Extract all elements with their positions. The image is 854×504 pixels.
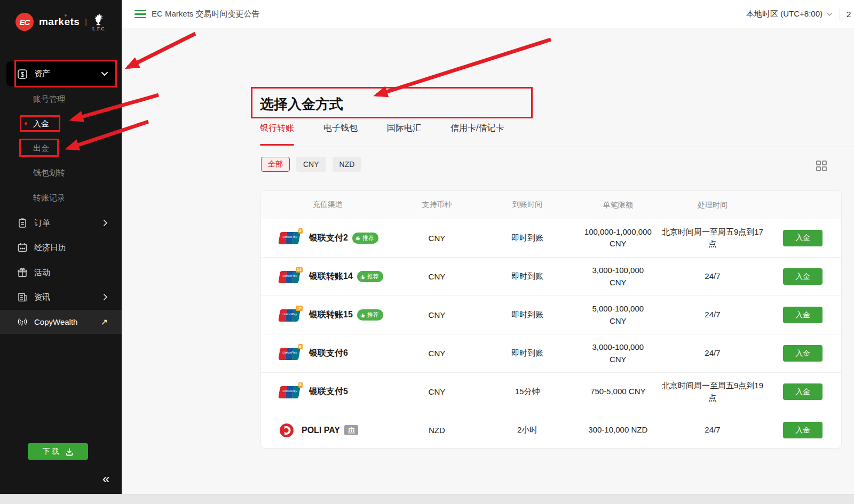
poli-pay-icon bbox=[279, 423, 294, 438]
page-title: 选择入金方式 bbox=[260, 95, 343, 114]
hours-cell: 24/7 bbox=[661, 309, 765, 321]
sidebar-item-orders[interactable]: 订单 bbox=[0, 211, 122, 235]
table-row: UnionPay5 银联支付5 CNY 15分钟 750-5,000 CNY 北… bbox=[261, 372, 841, 411]
timezone-selector[interactable]: 本地时区 (UTC+8:00) bbox=[746, 9, 823, 19]
unionpay-icon: UnionPay14 bbox=[279, 270, 302, 284]
sidebar-item-label: CopyWealth bbox=[34, 317, 77, 326]
channel-name: 银联支付2 bbox=[309, 233, 348, 244]
table-header-row: 充值渠道 支持币种 到账时间 单笔限额 处理时间 bbox=[261, 191, 841, 219]
channel-name: 银联转账15 bbox=[309, 309, 353, 321]
header-arrival: 到账时间 bbox=[479, 200, 575, 210]
thumbs-up-icon bbox=[360, 274, 366, 279]
currency-cell: NZD bbox=[394, 426, 480, 435]
arrival-cell: 即时到账 bbox=[479, 310, 575, 320]
channel-name: 银联转账14 bbox=[309, 271, 353, 282]
download-button[interactable]: 下载 bbox=[28, 443, 88, 460]
announcement-text: EC Markets 交易时间变更公告 bbox=[152, 9, 260, 19]
channel-name: 银联支付5 bbox=[309, 386, 348, 397]
header-currency: 支持币种 bbox=[394, 200, 480, 210]
hours-cell: 北京时间周一至周五9点到17点 bbox=[661, 226, 765, 250]
header-hours: 处理时间 bbox=[661, 199, 765, 211]
limit-cell: 3,000-100,000 CNY bbox=[575, 265, 661, 289]
tab-ewallet[interactable]: 电子钱包 bbox=[323, 123, 358, 146]
sidebar-item-economic-calendar[interactable]: 经济日历 bbox=[0, 236, 122, 259]
limit-cell: 100,000-1,000,000 CNY bbox=[575, 226, 661, 250]
hours-cell: 24/7 bbox=[661, 270, 765, 283]
sidebar-item-withdraw[interactable]: 出金 bbox=[33, 143, 49, 154]
sidebar-collapse-button[interactable]: « bbox=[102, 471, 109, 486]
deposit-button[interactable]: 入金 bbox=[783, 230, 823, 246]
sidebar-item-activity[interactable]: 活动 bbox=[0, 261, 122, 284]
filter-cny[interactable]: CNY bbox=[296, 157, 326, 172]
limit-cell: 300-10,000 NZD bbox=[575, 424, 661, 436]
deposit-button[interactable]: 入金 bbox=[783, 345, 823, 362]
unionpay-icon: UnionPay5 bbox=[279, 385, 302, 399]
tab-bank-transfer[interactable]: 银行转账 bbox=[260, 123, 294, 146]
deposit-button[interactable]: 入金 bbox=[783, 422, 823, 438]
active-dot bbox=[25, 122, 27, 125]
lfc-logo: L.F.C. bbox=[92, 13, 106, 31]
table-row: POLI PAY NZD 2小时 300-10,000 NZD 24/7 入金 bbox=[261, 411, 841, 449]
thumbs-up-icon bbox=[360, 313, 366, 318]
grid-view-icon[interactable] bbox=[816, 160, 827, 172]
recommended-badge: 推荐 bbox=[352, 233, 378, 244]
sidebar-item-account-management[interactable]: 账号管理 bbox=[33, 94, 65, 105]
limit-cell: 5,000-100,000 CNY bbox=[575, 303, 661, 327]
sidebar-item-news[interactable]: 资讯 bbox=[0, 285, 122, 309]
currency-cell: CNY bbox=[394, 387, 480, 396]
deposit-button[interactable]: 入金 bbox=[783, 383, 823, 400]
sidebar-item-assets[interactable]: $ 资产 bbox=[0, 61, 122, 86]
ec-logo-icon: EC bbox=[15, 13, 34, 31]
arrival-cell: 即时到账 bbox=[479, 271, 575, 282]
sidebar-item-deposit[interactable]: 入金 bbox=[33, 119, 49, 129]
deposit-button[interactable]: 入金 bbox=[783, 307, 823, 323]
arrival-cell: 2小时 bbox=[479, 425, 575, 435]
sidebar-item-transfer-records[interactable]: 转账记录 bbox=[33, 193, 65, 203]
chevron-down-icon bbox=[101, 72, 108, 76]
recommended-badge: 推荐 bbox=[357, 309, 383, 321]
filter-all[interactable]: 全部 bbox=[261, 157, 290, 172]
unionpay-icon: UnionPay2 bbox=[279, 231, 302, 245]
sidebar-item-label: 经济日历 bbox=[34, 243, 66, 253]
table-row: UnionPay15 银联转账15 推荐 CNY 即时到账 5,000-100,… bbox=[261, 295, 841, 334]
currency-cell: CNY bbox=[394, 234, 480, 243]
brand-name: markets bbox=[39, 16, 80, 28]
sidebar-item-label: 活动 bbox=[34, 268, 50, 278]
limit-cell: 750-5,000 CNY bbox=[575, 386, 661, 398]
sidebar: EC markets | L.F.C. $ 资产 账号管理 入金 出金 钱包划转… bbox=[0, 0, 122, 494]
currency-filters: 全部 CNY NZD bbox=[261, 157, 361, 172]
currency-cell: CNY bbox=[394, 272, 480, 281]
deposit-button[interactable]: 入金 bbox=[783, 268, 823, 285]
table-row: UnionPay2 银联支付2 推荐 CNY 即时到账 100,000-1,00… bbox=[261, 219, 841, 257]
announcement[interactable]: EC Markets 交易时间变更公告 bbox=[135, 0, 260, 28]
hours-cell: 24/7 bbox=[661, 424, 765, 436]
sidebar-item-label: 资讯 bbox=[34, 292, 50, 302]
tab-credit-debit-card[interactable]: 信用卡/借记卡 bbox=[450, 123, 504, 146]
broadcast-icon bbox=[17, 317, 28, 327]
sidebar-item-copywealth[interactable]: CopyWealth ↗ bbox=[0, 310, 122, 334]
news-icon bbox=[17, 292, 28, 302]
currency-cell: CNY bbox=[394, 310, 480, 319]
bank-badge-icon bbox=[344, 425, 358, 435]
deposit-channels-table: 充值渠道 支持币种 到账时间 单笔限额 处理时间 UnionPay2 银联支付2… bbox=[260, 190, 842, 449]
table-row: UnionPay6 银联支付6 CNY 即时到账 3,000-100,000 C… bbox=[261, 334, 841, 372]
lfc-label: L.F.C. bbox=[92, 27, 106, 31]
filter-nzd[interactable]: NZD bbox=[333, 157, 362, 172]
assets-icon: $ bbox=[17, 69, 28, 79]
arrival-cell: 15分钟 bbox=[479, 387, 575, 397]
header-limit: 单笔限额 bbox=[575, 199, 661, 211]
sidebar-item-label: 资产 bbox=[34, 69, 50, 79]
chevron-right-icon bbox=[104, 220, 108, 226]
page-bottom-strip bbox=[0, 494, 854, 504]
sidebar-item-wallet-transfer[interactable]: 钱包划转 bbox=[33, 168, 65, 178]
brand-logo: EC markets | L.F.C. bbox=[0, 5, 122, 38]
limit-cell: 3,000-100,000 CNY bbox=[575, 341, 661, 365]
chevron-right-icon bbox=[104, 294, 108, 300]
table-row: UnionPay14 银联转账14 推荐 CNY 即时到账 3,000-100,… bbox=[261, 257, 841, 295]
recommended-badge: 推荐 bbox=[357, 271, 383, 282]
channel-name: POLI PAY bbox=[302, 426, 340, 435]
announcement-list-icon bbox=[135, 10, 146, 19]
tab-international-wire[interactable]: 国际电汇 bbox=[387, 123, 421, 146]
arrival-cell: 即时到账 bbox=[479, 348, 575, 358]
logo-divider: | bbox=[85, 18, 87, 26]
